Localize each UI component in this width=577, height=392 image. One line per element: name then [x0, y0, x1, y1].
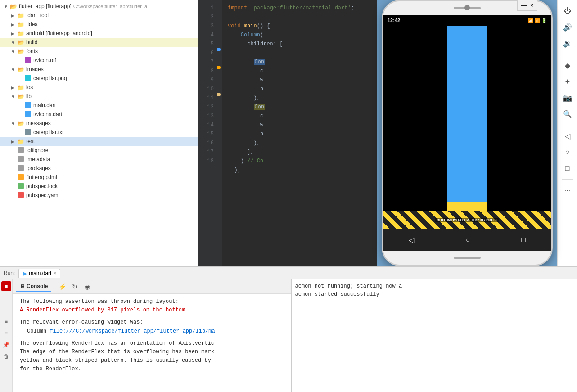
nav-home-button[interactable]: ○: [465, 236, 470, 244]
root-folder-icon: [10, 3, 17, 10]
folder-android-icon: [17, 30, 24, 37]
toolbar-sep-1: [562, 54, 573, 54]
tree-caterpillar-txt[interactable]: caterpillar.txt: [0, 128, 198, 137]
file-packages-icon: [17, 165, 24, 172]
run-tab[interactable]: ▶ main.dart ×: [18, 269, 60, 278]
code-line-9: w: [228, 76, 372, 85]
tree-pubspec-lock[interactable]: pubspec.lock: [0, 182, 198, 191]
pin-button[interactable]: 📌: [1, 340, 11, 350]
run-label: Run:: [4, 270, 15, 276]
relevant-line: The relevant error-causing widget was:: [20, 318, 284, 327]
file-png-icon: [24, 75, 32, 82]
code-line-16: ),: [228, 139, 372, 148]
phone-camera: [464, 5, 470, 10]
console-content: The following assertion was thrown durin…: [13, 294, 291, 392]
phone-nav-bar: ◁ ○ □: [383, 229, 551, 251]
nav-back-button[interactable]: ◁: [409, 236, 414, 244]
blue-column: [447, 26, 487, 229]
file-metadata-icon: [17, 156, 24, 163]
power-button[interactable]: ⏻: [560, 4, 575, 18]
tree-metadata[interactable]: .metadata: [0, 155, 198, 164]
error-line: A RenderFlex overflowed by 317 pixels on…: [20, 306, 284, 315]
right-log-panel: aemon not running; starting now a aemon …: [291, 279, 577, 392]
scroll-up-button[interactable]: ↑: [1, 293, 11, 303]
code-line-1: import 'package:flutter/material.dart';: [228, 4, 372, 13]
right-toolbar: ⏻ 🔊 🔉 ◆ ✦ 📷 🔍 ◁ ○ □ ···: [557, 0, 577, 266]
folder-build-icon: [17, 39, 24, 46]
tree-dart-tool[interactable]: ▶ .dart_tool: [0, 11, 198, 20]
screenshot-eraser-button[interactable]: ✦: [560, 74, 575, 89]
tree-twicons-dart[interactable]: twicons.dart: [0, 110, 198, 119]
tree-flutterapp-iml[interactable]: flutterapp.iml: [0, 173, 198, 182]
code-line-13: c: [228, 112, 372, 121]
console-toolbar: ⚡ ↻ ◉: [57, 281, 93, 292]
record-button[interactable]: ◉: [82, 281, 93, 292]
tree-fonts[interactable]: ▼ fonts: [0, 47, 198, 56]
file-tree: ▼ flutter_app [flutterapp] C:\workspace\…: [0, 0, 198, 202]
lightning-button[interactable]: ⚡: [57, 281, 68, 292]
bottom-panel: Run: ▶ main.dart × ■ ↑ ↓ ≡ ≡ 📌 🗑 🖥 Conso…: [0, 266, 577, 392]
folder-ios-icon: [17, 84, 24, 91]
tree-lib[interactable]: ▼ lib: [0, 92, 198, 101]
tree-root[interactable]: ▼ flutter_app [flutterapp] C:\workspace\…: [0, 2, 198, 11]
code-line-6: [228, 49, 372, 58]
camera-button[interactable]: 📷: [560, 90, 575, 105]
file-main-dart-icon: [24, 102, 32, 109]
more-button[interactable]: ···: [560, 183, 575, 198]
overflow-line1: The overflowing RenderFlex has an orient…: [20, 339, 284, 348]
code-line-18: ) // Co: [228, 157, 372, 166]
run-tab-close[interactable]: ×: [53, 270, 56, 276]
code-line-11: ),: [228, 94, 372, 103]
tree-idea[interactable]: ▶ .idea: [0, 20, 198, 29]
code-line-5: children: [: [228, 40, 372, 49]
code-line-7: Con: [228, 58, 372, 67]
volume-down-button[interactable]: 🔉: [560, 36, 575, 50]
tree-build[interactable]: ▼ build: [0, 38, 198, 47]
close-button[interactable]: ×: [530, 2, 533, 9]
refresh-button[interactable]: ↻: [69, 281, 80, 292]
tree-test[interactable]: ▶ test: [0, 137, 198, 146]
code-line-14: w: [228, 121, 372, 130]
tree-main-dart[interactable]: main.dart: [0, 101, 198, 110]
filter-button[interactable]: ≡: [1, 316, 11, 326]
editor-area: 12345 678910 1112131415 161718: [198, 0, 377, 266]
file-yaml-icon: [17, 192, 24, 199]
overflow-line2: The edge of the RenderFlex that is overf…: [20, 348, 284, 356]
home-nav-button[interactable]: ○: [560, 145, 575, 159]
phone-status-bar: 12:42 📶 📶 🔋: [383, 15, 551, 26]
tree-images[interactable]: ▼ images: [0, 65, 198, 74]
tree-gitignore[interactable]: .gitignore: [0, 146, 198, 155]
tree-twicon-otf[interactable]: twicon.otf: [0, 56, 198, 65]
overflow-line3: yellow and black striped pattern. This i…: [20, 356, 284, 365]
clear-button[interactable]: 🗑: [1, 351, 11, 361]
scroll-down-button[interactable]: ↓: [1, 305, 11, 315]
file-ttf-icon: [24, 57, 32, 64]
nav-recent-button[interactable]: □: [521, 236, 526, 244]
phone-home-bar: [454, 257, 481, 259]
back-nav-button[interactable]: ◁: [560, 129, 575, 143]
file-lock-icon: [17, 183, 24, 190]
tree-android[interactable]: ▶ android [flutterapp_android]: [0, 29, 198, 38]
tree-pubspec-yaml[interactable]: pubspec.yaml: [0, 191, 198, 200]
rotate-button[interactable]: ◆: [560, 58, 575, 72]
console-sidebar: ■ ↑ ↓ ≡ ≡ 📌 🗑: [0, 279, 13, 392]
code-line-8: c: [228, 67, 372, 76]
recent-nav-button[interactable]: □: [560, 161, 575, 176]
folder-dart-tool-icon: [17, 12, 24, 19]
tree-caterpillar-png[interactable]: caterpillar.png: [0, 74, 198, 83]
file-twicons-dart-icon: [24, 111, 32, 118]
zoom-button[interactable]: 🔍: [560, 107, 575, 121]
stop-button[interactable]: ■: [1, 281, 11, 291]
file-link[interactable]: file:///C:/workspace/flutter_app/flutter…: [50, 328, 215, 334]
code-content[interactable]: import 'package:flutter/material.dart'; …: [222, 0, 377, 266]
minimize-button[interactable]: —: [521, 2, 527, 9]
file-tree-sidebar: ▼ flutter_app [flutterapp] C:\workspace\…: [0, 0, 198, 266]
phone-device: 12:42 📶 📶 🔋 BOTTOM OVERFLOWED BY 317 PIX…: [382, 0, 553, 266]
filter2-button[interactable]: ≡: [1, 328, 11, 338]
volume-up-button[interactable]: 🔊: [560, 20, 575, 34]
folder-test-icon: [17, 138, 24, 145]
console-tab[interactable]: 🖥 Console: [16, 281, 51, 292]
tree-messages[interactable]: ▼ messages: [0, 119, 198, 128]
tree-ios[interactable]: ▶ ios: [0, 83, 198, 92]
tree-packages[interactable]: .packages: [0, 164, 198, 173]
